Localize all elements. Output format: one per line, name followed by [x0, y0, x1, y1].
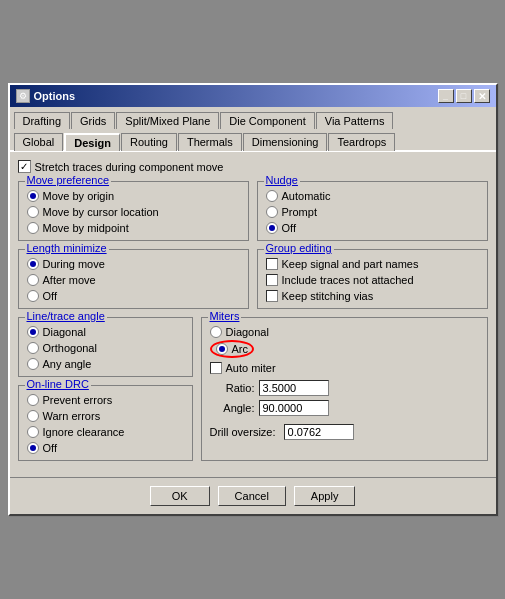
drc-ignore-row: Ignore clearance	[27, 426, 184, 438]
length-after-radio[interactable]	[27, 274, 39, 286]
angle-input[interactable]	[259, 400, 329, 416]
nudge-prompt-row: Prompt	[266, 206, 479, 218]
move-preference-title: Move preference	[25, 174, 112, 186]
drc-warn-label: Warn errors	[43, 410, 101, 422]
group-signal-label: Keep signal and part names	[282, 258, 419, 270]
tab-thermals[interactable]: Thermals	[178, 133, 242, 151]
drc-ignore-radio[interactable]	[27, 426, 39, 438]
drc-ignore-label: Ignore clearance	[43, 426, 125, 438]
length-during-radio[interactable]	[27, 258, 39, 270]
row-move-nudge: Move preference Move by origin Move by c…	[18, 181, 488, 241]
tab-via-patterns[interactable]: Via Patterns	[316, 112, 394, 129]
window-title: Options	[34, 90, 76, 102]
nudge-prompt-radio[interactable]	[266, 206, 278, 218]
move-cursor-radio[interactable]	[27, 206, 39, 218]
drc-prevent-label: Prevent errors	[43, 394, 113, 406]
cancel-button[interactable]: Cancel	[218, 486, 286, 506]
length-minimize-title: Length minimize	[25, 242, 109, 254]
group-signal-checkbox[interactable]	[266, 258, 278, 270]
title-buttons: _ □ ✕	[438, 89, 490, 103]
tab-design[interactable]: Design	[64, 133, 120, 151]
drc-warn-row: Warn errors	[27, 410, 184, 422]
length-minimize-group: Length minimize During move After move O…	[18, 249, 249, 309]
nudge-group: Nudge Automatic Prompt Off	[257, 181, 488, 241]
length-during-row: During move	[27, 258, 240, 270]
stretch-label: Stretch traces during component move	[35, 161, 224, 173]
close-button[interactable]: ✕	[474, 89, 490, 103]
line-trace-angle-title: Line/trace angle	[25, 310, 107, 322]
nudge-auto-label: Automatic	[282, 190, 331, 202]
nudge-auto-radio[interactable]	[266, 190, 278, 202]
move-midpoint-row: Move by midpoint	[27, 222, 240, 234]
ratio-label: Ratio:	[210, 382, 255, 394]
angle-diagonal-radio[interactable]	[27, 326, 39, 338]
stretch-row: ✓ Stretch traces during component move	[18, 160, 488, 173]
group-traces-checkbox[interactable]	[266, 274, 278, 286]
miters-inner: Diagonal Arc Auto miter Ratio:	[210, 326, 479, 440]
group-editing-group: Group editing Keep signal and part names…	[257, 249, 488, 309]
group-traces-row: Include traces not attached	[266, 274, 479, 286]
group-vias-row: Keep stitching vias	[266, 290, 479, 302]
online-drc-title: On-line DRC	[25, 378, 91, 390]
tab-dimensioning[interactable]: Dimensioning	[243, 133, 328, 151]
nudge-off-radio[interactable]	[266, 222, 278, 234]
length-off-row: Off	[27, 290, 240, 302]
nudge-off-label: Off	[282, 222, 296, 234]
drill-oversize-input[interactable]	[284, 424, 354, 440]
title-bar-left: ⚙ Options	[16, 89, 76, 103]
title-bar: ⚙ Options _ □ ✕	[10, 85, 496, 107]
miters-diagonal-label: Diagonal	[226, 326, 269, 338]
drc-warn-radio[interactable]	[27, 410, 39, 422]
drc-prevent-radio[interactable]	[27, 394, 39, 406]
bottom-section: Line/trace angle Diagonal Orthogonal Any…	[18, 317, 488, 461]
miters-group: Miters Diagonal Arc Auto miter	[201, 317, 488, 461]
tab-die-component[interactable]: Die Component	[220, 112, 314, 129]
content-area: ✓ Stretch traces during component move M…	[10, 150, 496, 477]
move-cursor-label: Move by cursor location	[43, 206, 159, 218]
length-off-radio[interactable]	[27, 290, 39, 302]
ratio-row: Ratio:	[210, 380, 479, 396]
length-after-row: After move	[27, 274, 240, 286]
ratio-input[interactable]	[259, 380, 329, 396]
angle-orthogonal-label: Orthogonal	[43, 342, 97, 354]
angle-orthogonal-row: Orthogonal	[27, 342, 184, 354]
miters-arc-radio[interactable]	[216, 343, 228, 355]
move-cursor-row: Move by cursor location	[27, 206, 240, 218]
angle-label: Angle:	[210, 402, 255, 414]
bottom-tab-bar: Global Design Routing Thermals Dimension…	[10, 128, 496, 150]
ok-button[interactable]: OK	[150, 486, 210, 506]
miters-diagonal-row: Diagonal	[210, 326, 479, 338]
tab-split-mixed-plane[interactable]: Split/Mixed Plane	[116, 112, 219, 129]
tab-teardrops[interactable]: Teardrops	[328, 133, 395, 151]
angle-orthogonal-radio[interactable]	[27, 342, 39, 354]
arc-highlight: Arc	[210, 340, 255, 358]
auto-miter-checkbox[interactable]	[210, 362, 222, 374]
group-signal-row: Keep signal and part names	[266, 258, 479, 270]
angle-any-radio[interactable]	[27, 358, 39, 370]
group-vias-checkbox[interactable]	[266, 290, 278, 302]
drc-off-radio[interactable]	[27, 442, 39, 454]
nudge-prompt-label: Prompt	[282, 206, 317, 218]
move-origin-radio[interactable]	[27, 190, 39, 202]
tab-grids[interactable]: Grids	[71, 112, 115, 129]
angle-diagonal-label: Diagonal	[43, 326, 86, 338]
tab-routing[interactable]: Routing	[121, 133, 177, 151]
miters-title: Miters	[208, 310, 242, 322]
line-trace-angle-group: Line/trace angle Diagonal Orthogonal Any…	[18, 317, 193, 377]
minimize-button[interactable]: _	[438, 89, 454, 103]
nudge-off-row: Off	[266, 222, 479, 234]
move-origin-label: Move by origin	[43, 190, 115, 202]
maximize-button[interactable]: □	[456, 89, 472, 103]
stretch-checkbox-label[interactable]: ✓ Stretch traces during component move	[18, 160, 224, 173]
tab-drafting[interactable]: Drafting	[14, 112, 71, 129]
move-midpoint-radio[interactable]	[27, 222, 39, 234]
auto-miter-row: Auto miter	[210, 362, 479, 374]
tab-global[interactable]: Global	[14, 133, 64, 151]
apply-button[interactable]: Apply	[294, 486, 356, 506]
move-midpoint-label: Move by midpoint	[43, 222, 129, 234]
row-length-group: Length minimize During move After move O…	[18, 249, 488, 309]
options-dialog: ⚙ Options _ □ ✕ Drafting Grids Split/Mix…	[8, 83, 498, 516]
stretch-checkbox[interactable]: ✓	[18, 160, 31, 173]
miters-diagonal-radio[interactable]	[210, 326, 222, 338]
group-vias-label: Keep stitching vias	[282, 290, 374, 302]
